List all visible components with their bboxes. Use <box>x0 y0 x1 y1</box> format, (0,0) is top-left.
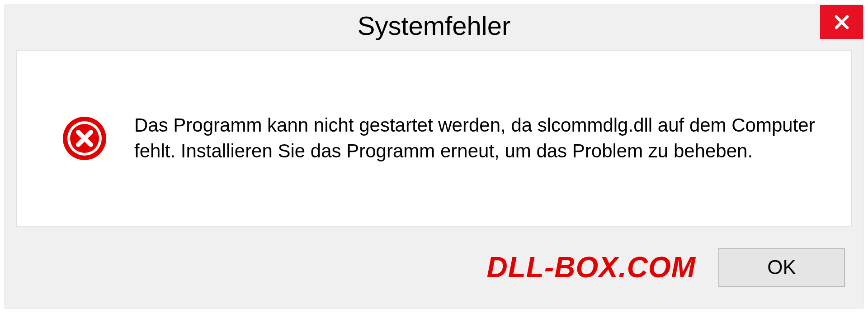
titlebar: Systemfehler <box>5 5 863 46</box>
close-icon <box>832 13 851 32</box>
content-panel: Das Programm kann nicht gestartet werden… <box>16 50 852 227</box>
ok-button[interactable]: OK <box>718 248 845 287</box>
close-button[interactable] <box>820 5 863 39</box>
error-dialog: Systemfehler Das Programm kann nicht ges… <box>5 5 863 308</box>
watermark-text: DLL-BOX.COM <box>487 251 696 284</box>
error-message: Das Programm kann nicht gestartet werden… <box>134 113 833 164</box>
dialog-footer: DLL-BOX.COM OK <box>5 236 863 308</box>
error-icon <box>62 116 107 161</box>
dialog-title: Systemfehler <box>358 10 510 41</box>
